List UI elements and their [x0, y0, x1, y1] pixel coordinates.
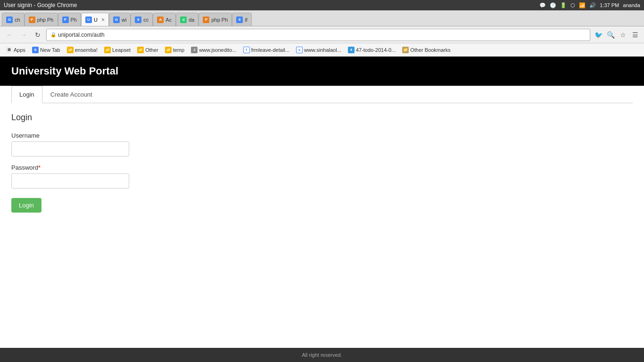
- login-section-title: Login: [11, 113, 633, 123]
- apps-favicon: ⊞: [6, 47, 12, 53]
- tab-favicon-ch: G: [6, 16, 13, 23]
- username-input[interactable]: [11, 141, 129, 156]
- bookmark-apps[interactable]: ⊞ Apps: [3, 46, 28, 54]
- bookmark-new-tab-label: New Tab: [40, 47, 60, 53]
- address-bar: ← → ↻ 🔒 uniportal.com/auth 🐦 🔍 ☆ ☰: [0, 26, 644, 43]
- form-area: Login Create Account Login Username Pass…: [0, 86, 644, 213]
- bookmark-leapset[interactable]: 📁 Leapset: [101, 46, 133, 54]
- twitter-icon[interactable]: 🐦: [593, 30, 603, 40]
- page-content: University Web Portal Login Create Accou…: [0, 57, 644, 348]
- tab-login-label: Login: [19, 91, 34, 98]
- bookmark-jsoneditor-label: www.jsonedito...: [199, 47, 236, 53]
- bookmark-jsoneditor[interactable]: J www.jsonedito...: [188, 46, 239, 54]
- tab-create-account-label: Create Account: [50, 91, 92, 98]
- bookmark-frmleave[interactable]: f frmleave-detail...: [240, 46, 292, 54]
- bookmark-leapset-label: Leapset: [112, 47, 131, 53]
- tab-label-ph: Ph: [71, 17, 77, 23]
- tab-bar: G ch P php Ph P Ph U U × G wi 8 cc A Ac …: [0, 10, 644, 26]
- signal-icon: 📶: [579, 2, 586, 8]
- tab-ac[interactable]: A Ac: [153, 13, 176, 26]
- tab-label-wi: wi: [122, 17, 126, 23]
- url-bar[interactable]: 🔒 uniportal.com/auth: [46, 29, 590, 41]
- required-marker: *: [38, 164, 41, 171]
- reload-button[interactable]: ↻: [32, 29, 43, 41]
- tab-favicon-php2: P: [203, 16, 209, 23]
- tab-favicon-da: d: [180, 16, 187, 23]
- tab-label-da: da: [189, 17, 194, 23]
- bookmark-other-bookmarks[interactable]: 📁 Other Bookmarks: [399, 46, 454, 54]
- bookmark-other-bookmarks-label: Other Bookmarks: [410, 47, 451, 53]
- forward-button[interactable]: →: [18, 29, 29, 41]
- tab-create-account[interactable]: Create Account: [42, 86, 100, 103]
- frmleave-favicon: f: [243, 47, 250, 53]
- tab-cc[interactable]: 8 cc: [131, 13, 153, 26]
- tab-label-if: if: [245, 17, 248, 23]
- page-footer: All right reserved.: [0, 348, 644, 362]
- tab-favicon-u: U: [85, 16, 92, 23]
- tab-label-ac: Ac: [165, 17, 172, 23]
- url-text: uniportal.com/auth: [58, 32, 105, 38]
- star-icon[interactable]: ☆: [618, 30, 628, 40]
- tab-if[interactable]: 8 if: [232, 13, 252, 26]
- tab-label-php2: php Ph: [211, 17, 228, 23]
- bookmark-ensemba-label: ensemba!: [75, 47, 98, 53]
- tab-wi[interactable]: G wi: [109, 13, 131, 26]
- sinhalaol-favicon: s: [296, 47, 303, 53]
- menu-icon[interactable]: ☰: [630, 30, 640, 40]
- ensemba-favicon: 📁: [67, 47, 74, 53]
- bookmarks-bar: ⊞ Apps 8 New Tab 📁 ensemba! 📁 Leapset 📁 …: [0, 43, 644, 57]
- time-display: 1:37 PM: [600, 2, 619, 8]
- login-button[interactable]: Login: [11, 198, 41, 213]
- bookmark-ensemba[interactable]: 📁 ensemba!: [64, 46, 100, 54]
- todo-favicon: 4: [348, 47, 355, 53]
- temp-favicon: 📁: [165, 47, 172, 53]
- bluetooth-icon: ⬡: [570, 2, 575, 8]
- bookmark-sinhalaol-label: www.sinhalaol...: [304, 47, 341, 53]
- tab-close-button[interactable]: ×: [101, 16, 105, 23]
- jsoneditor-favicon: J: [191, 47, 198, 53]
- tab-label-ch: ch: [15, 17, 20, 23]
- bookmark-other[interactable]: 📁 Other: [134, 46, 161, 54]
- tab-favicon-php: P: [29, 16, 35, 23]
- bookmark-other-label: Other: [145, 47, 158, 53]
- message-icon: 💬: [539, 2, 546, 8]
- username-label: Username: [11, 132, 633, 139]
- volume-icon: 🔊: [589, 2, 596, 8]
- tab-favicon-wi: G: [113, 16, 120, 23]
- bookmark-apps-label: Apps: [14, 47, 25, 53]
- tab-php-ph[interactable]: P php Ph: [25, 13, 58, 26]
- lock-icon: 🔒: [50, 32, 56, 37]
- search-icon[interactable]: 🔍: [605, 30, 616, 40]
- password-input[interactable]: [11, 173, 129, 189]
- form-tabs: Login Create Account: [11, 86, 633, 103]
- bookmark-frmleave-label: frmleave-detail...: [251, 47, 289, 53]
- back-button[interactable]: ←: [4, 29, 15, 41]
- tab-label-php: php Ph: [37, 17, 54, 23]
- title-bar-left: User signin - Google Chrome: [4, 2, 77, 8]
- tab-login[interactable]: Login: [11, 86, 42, 103]
- clock-icon: 🕐: [550, 2, 556, 8]
- bookmark-todo[interactable]: 4 47-todo-2014-0...: [345, 46, 398, 54]
- portal-title: University Web Portal: [11, 65, 118, 77]
- tab-ph[interactable]: P Ph: [58, 13, 81, 26]
- tab-favicon-cc: 8: [135, 16, 141, 23]
- password-label: Password*: [11, 164, 633, 171]
- title-bar: User signin - Google Chrome 💬 🕐 🔋 ⬡ 📶 🔊 …: [0, 0, 644, 10]
- tab-favicon-if: 8: [236, 16, 243, 23]
- bookmark-temp[interactable]: 📁 temp: [162, 46, 187, 54]
- user-display: ananda: [623, 2, 640, 8]
- bookmark-temp-label: temp: [173, 47, 184, 53]
- bookmark-todo-label: 47-todo-2014-0...: [356, 47, 396, 53]
- tab-ch[interactable]: G ch: [2, 13, 25, 26]
- other-favicon: 📁: [137, 47, 144, 53]
- tab-u-active[interactable]: U U ×: [81, 13, 109, 26]
- bookmark-new-tab[interactable]: 8 New Tab: [29, 46, 63, 54]
- bookmark-sinhalaol[interactable]: s www.sinhalaol...: [293, 46, 344, 54]
- tab-php-ph2[interactable]: P php Ph: [198, 13, 232, 26]
- new-tab-favicon: 8: [32, 47, 39, 53]
- system-tray: 💬 🕐 🔋 ⬡ 📶 🔊 1:37 PM ananda: [539, 2, 640, 8]
- tab-da[interactable]: d da: [176, 13, 198, 26]
- tab-favicon-ac: A: [157, 16, 164, 23]
- window-title: User signin - Google Chrome: [4, 2, 77, 8]
- battery-icon: 🔋: [560, 2, 567, 8]
